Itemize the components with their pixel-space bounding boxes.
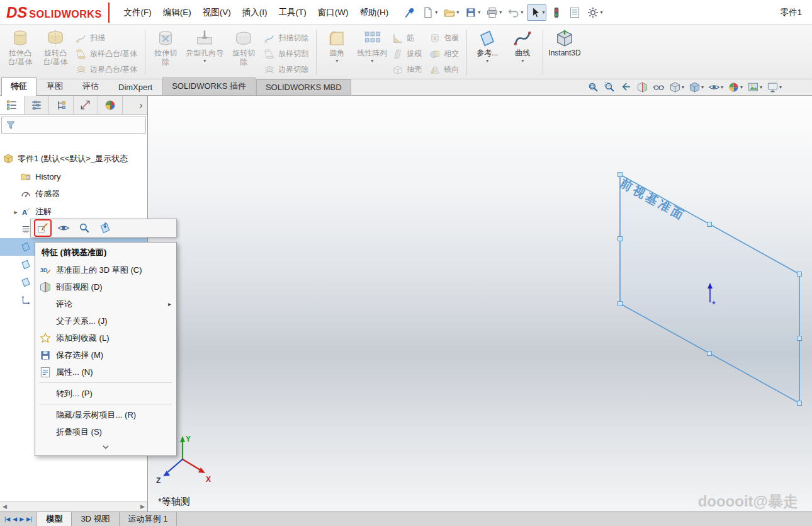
headsup-view-orientation-button[interactable]: ▾ [669, 81, 684, 93]
traffic-light-button[interactable] [548, 4, 565, 21]
dropdown-caret-icon[interactable]: ▾ [435, 9, 437, 15]
context-toolbar-normal-to-button[interactable] [98, 220, 113, 236]
dropdown-caret-icon[interactable]: ▾ [499, 9, 502, 15]
menu-window[interactable]: 窗口(W) [312, 3, 354, 22]
dropdown-caret-icon[interactable]: ▾ [740, 84, 743, 90]
dropdown-caret-icon[interactable]: ▾ [478, 9, 480, 15]
ribbon-button-intersect[interactable]: 相交 [427, 46, 464, 62]
dropdown-caret-icon[interactable]: ▾ [486, 58, 488, 64]
menu-edit[interactable]: 编辑(E) [157, 3, 197, 22]
ribbon-button-extrude-boss[interactable]: 拉伸凸 台/基体 [3, 27, 38, 77]
dropdown-caret-icon[interactable]: ▾ [600, 9, 602, 15]
menu-item-add-to-favorites[interactable]: 添加到收藏 (L) [35, 329, 176, 346]
tree-item-annotations[interactable]: ▸A注解 [0, 203, 147, 220]
dropdown-caret-icon[interactable]: ▾ [203, 58, 206, 64]
tab-sketch[interactable]: 草图 [37, 77, 72, 95]
task-pane-button[interactable] [567, 4, 583, 21]
menu-item-parent-child[interactable]: 父子关系... (J) [35, 312, 176, 329]
tab-solidworks-addins[interactable]: SOLIDWORKS 插件 [162, 77, 256, 95]
graphics-area[interactable]: * 前视基准面 Y X Z *等轴测 dooooit@暴走 [148, 96, 812, 512]
menu-item-section-view[interactable]: 剖面视图 (D) [35, 278, 176, 295]
options-gear-button[interactable]: ▾ [585, 4, 604, 21]
menu-tools[interactable]: 工具(T) [273, 3, 312, 22]
menu-item-go-to[interactable]: 转到... (P) [35, 385, 176, 402]
dropdown-caret-icon[interactable]: ▾ [336, 58, 338, 64]
menu-item-hide-show-tree-items[interactable]: 隐藏/显示树项目... (R) [35, 406, 176, 423]
headsup-view-settings-button[interactable]: ▾ [767, 81, 782, 93]
scroll-left-icon[interactable]: ◀ [3, 503, 7, 510]
ribbon-button-reference-geometry[interactable]: 参考...▾ [470, 27, 505, 77]
headsup-zoom-area-button[interactable] [604, 81, 616, 93]
tree-filter[interactable] [1, 117, 146, 134]
dropdown-caret-icon[interactable]: ▾ [542, 9, 544, 15]
headsup-previous-view-button[interactable] [620, 81, 632, 93]
menu-item-properties[interactable]: 属性... (N) [35, 363, 176, 380]
sheet-navigation[interactable]: |◀◀▶▶| [0, 512, 37, 526]
ribbon-button-curves[interactable]: 曲线▾ [505, 27, 540, 77]
front-plane-graphic[interactable]: * [148, 96, 812, 512]
ribbon-button-wrap[interactable]: A包覆 [427, 30, 464, 46]
ribbon-button-loft-cut[interactable]: 放样切割 [261, 46, 313, 62]
undo-button[interactable]: ▾ [505, 4, 525, 21]
manager-tab-dimx[interactable] [74, 96, 98, 114]
dropdown-caret-icon[interactable]: ▾ [721, 84, 723, 90]
print-button[interactable]: ▾ [484, 4, 504, 21]
dropdown-caret-icon[interactable]: ▾ [682, 84, 684, 90]
first-tab-icon[interactable]: |◀ [4, 517, 10, 522]
open-button[interactable]: ▾ [441, 4, 461, 21]
dropdown-caret-icon[interactable]: ▾ [760, 84, 762, 90]
ribbon-button-instant3d[interactable]: Instant3D [546, 27, 583, 77]
menu-item-collapse-items[interactable]: 折叠项目 (S) [35, 423, 176, 440]
ribbon-button-sweep[interactable]: 扫描 [73, 30, 142, 46]
ribbon-button-boundary-cut[interactable]: 边界切除 [261, 62, 313, 77]
pin-button[interactable] [402, 4, 418, 21]
menu-file[interactable]: 文件(F) [118, 3, 157, 22]
ribbon-button-loft[interactable]: 放样凸台/基体 [73, 46, 142, 62]
new-doc-button[interactable]: ▾ [420, 4, 439, 21]
ribbon-button-sweep-cut[interactable]: 扫描切除 [261, 30, 313, 46]
manager-tab-disp-ball[interactable] [98, 96, 123, 114]
menu-item-save-selection[interactable]: 保存选择 (M) [35, 346, 176, 363]
ribbon-button-fillet[interactable]: 圆角▾ [319, 27, 354, 77]
dropdown-caret-icon[interactable]: ▾ [701, 84, 704, 90]
tree-item-sensors[interactable]: 传感器 [0, 185, 147, 203]
ribbon-button-revolve-boss[interactable]: 旋转凸 台/基体 [38, 27, 73, 77]
headsup-apply-scene-button[interactable]: ▾ [747, 81, 762, 93]
menu-item-3d-sketch-on-plane[interactable]: 3D基准面上的 3D 草图 (C) [35, 261, 176, 278]
menu-help[interactable]: 帮助(H) [354, 3, 395, 22]
next-tab-icon[interactable]: ▶ [20, 517, 24, 522]
menu-item-comment[interactable]: 评论▸ [35, 295, 176, 312]
ribbon-button-draft[interactable]: 拔模 [390, 46, 427, 62]
ribbon-button-extrude-cut[interactable]: 拉伸切 除 [148, 27, 183, 77]
tree-item-part-root[interactable]: 零件1 (默认<<默认>_显示状态 [0, 150, 147, 168]
tab-features[interactable]: 特征 [1, 77, 37, 96]
expander-icon[interactable]: ▸ [11, 209, 20, 215]
manager-tab-pm-sliders[interactable] [25, 96, 49, 114]
headsup-hide-show-items-button[interactable]: ▾ [708, 81, 723, 93]
last-tab-icon[interactable]: ▶| [26, 517, 32, 522]
bottom-tab-motion-study-1[interactable]: 运动算例 1 [120, 512, 178, 526]
dropdown-caret-icon[interactable]: ▾ [521, 58, 524, 64]
headsup-annotation-view-button[interactable] [653, 81, 665, 93]
save-button[interactable]: ▾ [463, 4, 482, 21]
headsup-display-style-button[interactable]: ▾ [689, 81, 704, 93]
context-toolbar-hide-show-eye-button[interactable] [56, 220, 71, 236]
tab-dimxpert[interactable]: DimXpert [109, 79, 162, 95]
ribbon-button-shell[interactable]: 抽壳 [390, 62, 427, 77]
menu-view[interactable]: 视图(V) [197, 3, 237, 22]
headsup-edit-appearance-button[interactable]: ▾ [728, 81, 743, 93]
panel-expand-icon[interactable]: › [135, 96, 147, 114]
ribbon-button-rib[interactable]: 筋 [390, 30, 427, 46]
scroll-right-icon[interactable]: ▶ [140, 503, 145, 510]
tab-solidworks-mbd[interactable]: SOLIDWORKS MBD [256, 79, 351, 95]
ribbon-button-boundary[interactable]: 边界凸台/基体 [73, 62, 142, 77]
tree-horizontal-scrollbar[interactable]: ◀ ▶ [0, 501, 147, 512]
menu-insert[interactable]: 插入(I) [237, 3, 273, 22]
context-toolbar-sketch-button[interactable] [35, 220, 50, 236]
select-cursor-button[interactable]: ▾ [527, 4, 546, 21]
manager-tab-fm-tree[interactable] [0, 96, 25, 114]
menu-expand-chevron[interactable] [35, 440, 176, 454]
headsup-zoom-fit-button[interactable] [587, 81, 599, 93]
ribbon-button-hole-wizard[interactable]: 异型孔向导▾ [183, 27, 226, 77]
ribbon-button-mirror[interactable]: 镜向 [427, 62, 464, 77]
